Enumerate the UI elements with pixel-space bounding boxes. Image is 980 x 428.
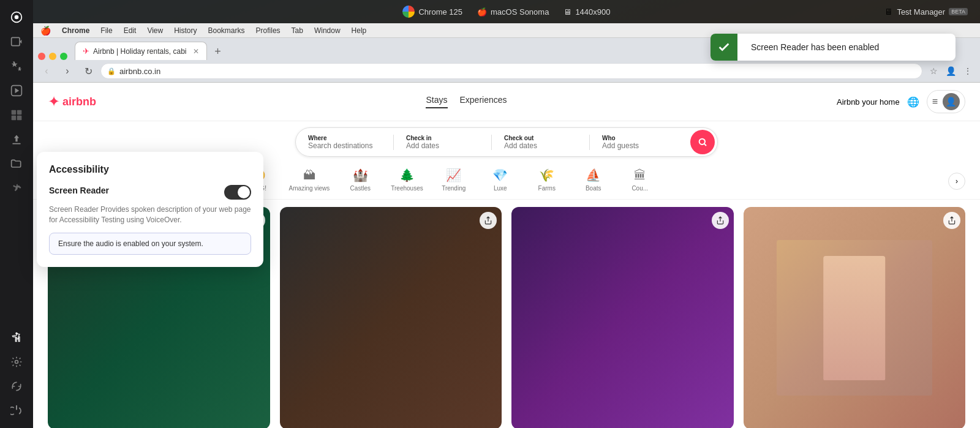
menubar-file[interactable]: File [100,26,112,35]
menubar-tab[interactable]: Tab [292,26,303,35]
airbnb-header: ✦ airbnb Stays Experiences Airbnb your h… [33,83,980,121]
luxe-icon: 💎 [492,168,508,182]
farms-label: Farms [538,185,556,192]
amazing-views-label: Amazing views [289,185,330,192]
audio-notice-text: Ensure the audio is enabled on your syst… [58,239,203,248]
menubar-profiles[interactable]: Profiles [256,26,281,35]
sidebar-item-upload[interactable] [6,129,28,151]
amazing-views-icon: 🏔 [303,168,315,182]
traffic-light-minimize[interactable] [49,53,56,60]
where-input[interactable]: Search destinations [308,141,381,150]
airbnb-logo-text: airbnb [62,96,96,108]
profile-button[interactable]: 👤 [943,64,958,78]
category-trending[interactable]: 📈 Trending [438,168,470,194]
checkin-value[interactable]: Add dates [406,141,479,150]
test-manager-label[interactable]: Test Manager [897,7,945,17]
sidebar-item-home[interactable] [6,6,28,28]
menubar-window[interactable]: Window [314,26,341,35]
sidebar-item-play[interactable] [6,80,28,102]
menubar-edit[interactable]: Edit [124,26,137,35]
listing-card-4[interactable]: Join a living room session with Doja Hos… [744,207,966,428]
bookmark-button[interactable]: ☆ [926,64,941,78]
test-manager-badge: BETA [949,8,968,15]
sidebar [0,0,33,428]
globe-icon[interactable]: 🌐 [907,96,919,108]
category-more[interactable]: 🏛 Cou... [624,168,656,194]
tab-close-button[interactable]: ✕ [193,47,199,56]
screen-reader-title: Screen Reader [49,186,109,195]
traffic-light-maximize[interactable] [60,53,67,60]
address-bar[interactable]: 🔒 airbnb.co.in [100,63,922,79]
reload-button[interactable]: ↻ [80,62,97,80]
listing-share-button-3[interactable] [712,212,729,229]
treehouses-label: Treehouses [391,185,423,192]
search-checkout-field[interactable]: Check out Add dates [492,135,590,150]
chrome-icon [402,6,415,18]
new-tab-button[interactable]: + [209,43,227,60]
svg-rect-8 [12,116,17,121]
airbnb-logo[interactable]: ✦ airbnb [48,93,96,110]
category-castles[interactable]: 🏰 Castles [344,168,376,194]
sidebar-item-power[interactable] [6,400,28,422]
traffic-lights [38,53,67,60]
where-label: Where [308,135,381,141]
sidebar-item-folder[interactable] [6,153,28,175]
category-next-button[interactable]: › [948,173,965,190]
menubar-history[interactable]: History [174,26,197,35]
category-luxe[interactable]: 💎 Luxe [484,168,516,194]
resolution-info: 🖥 1440x900 [564,7,610,17]
address-url: airbnb.co.in [119,67,160,76]
trending-label: Trending [442,185,466,192]
browser-info: Chrome 125 [402,6,462,18]
search-where-field[interactable]: Where Search destinations [296,135,394,150]
menubar-chrome[interactable]: Chrome [62,26,89,35]
screen-reader-description: Screen Reader Provides spoken descriptio… [49,205,251,225]
sidebar-item-extensions[interactable] [6,178,28,200]
menubar-view[interactable]: View [147,26,163,35]
nav-experiences[interactable]: Experiences [460,95,507,108]
audio-notice: Ensure the audio is enabled on your syst… [49,233,251,255]
listing-card-3[interactable]: Stay in Prince's Purple Rain house Hoste… [511,207,734,428]
airbnb-host-link[interactable]: Airbnb your home [837,97,900,107]
category-amazing-views[interactable]: 🏔 Amazing views [289,168,330,194]
category-treehouses[interactable]: 🌲 Treehouses [391,168,423,194]
more-button[interactable]: ⋮ [960,64,975,78]
sidebar-item-video[interactable] [6,31,28,53]
nav-stays[interactable]: Stays [426,95,447,108]
checkin-label: Check in [406,135,479,141]
listing-image-3 [511,207,734,428]
category-farms[interactable]: 🌾 Farms [531,168,563,194]
listing-share-button-4[interactable] [943,212,960,229]
listing-card-2[interactable]: Go VIP with Kevin Hart Hosted by Kevin H… [280,207,502,428]
category-boats[interactable]: ⛵ Boats [578,168,609,194]
airbnb-nav: Stays Experiences [426,95,507,108]
test-manager-icon: 🖥 [884,7,893,17]
airbnb-nav-right: Airbnb your home 🌐 ≡ 👤 [837,90,965,113]
airbnb-menu-button[interactable]: ≡ 👤 [927,90,965,113]
sidebar-item-accessibility[interactable] [6,326,28,348]
search-who-field[interactable]: Who Add guests [590,135,688,150]
checkout-value[interactable]: Add dates [504,141,577,150]
sidebar-item-settings[interactable] [6,351,28,373]
listing-share-button-2[interactable] [480,212,497,229]
svg-rect-7 [17,110,22,115]
traffic-light-close[interactable] [38,53,45,60]
farms-icon: 🌾 [539,168,554,182]
trending-icon: 📈 [446,168,461,182]
search-button[interactable] [690,130,715,154]
chrome-label: Chrome 125 [418,7,462,17]
apple-icon: 🍎 [477,7,487,17]
test-manager-area: 🖥 Test Manager BETA [884,7,968,17]
who-value[interactable]: Add guests [602,141,676,150]
search-checkin-field[interactable]: Check in Add dates [394,135,492,150]
menubar-help[interactable]: Help [352,26,367,35]
browser-tab-active[interactable]: ✈ Airbnb | Holiday rentals, cabi ✕ [75,42,207,60]
screen-reader-toggle[interactable] [224,185,251,200]
back-button[interactable]: ‹ [38,62,55,80]
sidebar-item-stars[interactable] [6,55,28,77]
sidebar-item-layout[interactable] [6,104,28,126]
menubar-bookmarks[interactable]: Bookmarks [208,26,245,35]
sidebar-item-sync[interactable] [6,375,28,397]
forward-button[interactable]: › [59,62,76,80]
apple-menu-icon[interactable]: 🍎 [40,26,51,36]
